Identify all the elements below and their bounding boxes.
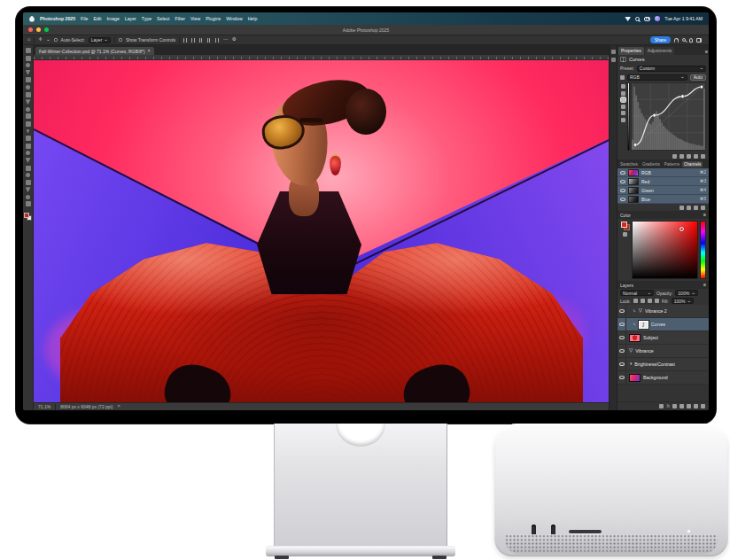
panel-menu-icon[interactable]: ≡ <box>703 213 706 218</box>
more-options-icon[interactable]: ⋯ <box>223 37 229 43</box>
distribute-vertical-icon[interactable] <box>215 38 220 43</box>
frame-tool-icon[interactable] <box>26 85 30 89</box>
delete-adjustment-icon[interactable] <box>701 154 705 159</box>
delete-channel-icon[interactable] <box>701 206 705 210</box>
eyedropper-tool-icon[interactable] <box>26 92 31 97</box>
show-transform-checkbox[interactable] <box>119 38 122 42</box>
lock-transparency-icon[interactable] <box>633 299 638 303</box>
layer-visibility-eye-icon[interactable] <box>619 309 625 313</box>
layer-row-vibrance-2[interactable]: ↳ ▽ Vibrance 2 <box>617 305 709 318</box>
channel-row-blue[interactable]: Blue ⌘5 <box>617 195 709 204</box>
foreground-background-colors[interactable] <box>24 213 32 221</box>
lock-position-icon[interactable] <box>648 299 652 303</box>
marquee-tool-icon[interactable] <box>26 56 31 61</box>
layer-effects-icon[interactable]: fx <box>666 404 670 408</box>
menu-select[interactable]: Select <box>157 16 169 21</box>
targeted-adjustment-icon[interactable] <box>620 75 625 80</box>
layer-row-curves[interactable]: ↳ ʃ Curves <box>617 318 709 331</box>
tab-patterns[interactable]: Patterns <box>663 161 681 167</box>
type-tool-icon[interactable] <box>26 166 31 171</box>
new-channel-icon[interactable] <box>694 206 698 210</box>
lasso-tool-icon[interactable] <box>26 63 30 67</box>
tab-adjustments[interactable]: Adjustments <box>645 47 675 55</box>
visibility-eye-icon[interactable] <box>620 180 625 183</box>
menu-filter[interactable]: Filter <box>175 16 185 21</box>
blur-tool-icon[interactable] <box>26 144 31 149</box>
menu-layer[interactable]: Layer <box>125 16 136 21</box>
canvas[interactable] <box>34 60 609 402</box>
menu-app-name[interactable]: Photoshop 2025 <box>40 16 75 21</box>
channel-row-red[interactable]: Red ⌘3 <box>617 177 709 186</box>
workspace-switcher-icon[interactable] <box>696 38 702 43</box>
comments-panel-icon[interactable] <box>611 58 616 62</box>
layer-row-brightness-contrast[interactable]: ◑ Brightness/Contrast <box>617 358 709 371</box>
color-cursor[interactable] <box>680 227 684 231</box>
delete-layer-icon[interactable] <box>701 404 705 408</box>
reset-icon[interactable] <box>694 154 698 159</box>
edit-toolbar-icon[interactable] <box>26 201 31 206</box>
menu-type[interactable]: Type <box>142 16 151 21</box>
align-left-icon[interactable] <box>183 38 188 43</box>
curves-plot[interactable] <box>631 82 706 151</box>
smooth-curve-icon[interactable] <box>621 97 625 102</box>
close-tab-icon[interactable]: × <box>148 49 151 54</box>
path-selection-tool-icon[interactable] <box>26 173 30 177</box>
clip-to-layer-icon[interactable] <box>672 154 677 159</box>
visibility-icon[interactable] <box>687 154 691 159</box>
spotlight-search-icon[interactable] <box>635 17 640 21</box>
hue-slider[interactable] <box>700 221 706 279</box>
align-right-icon[interactable] <box>199 38 204 43</box>
preset-dropdown[interactable]: Custom ⌄ <box>637 66 706 72</box>
crop-tool-icon[interactable] <box>26 77 31 82</box>
move-tool-icon[interactable]: ✛ <box>38 37 43 43</box>
curves-adjustment-thumbnail[interactable]: ʃ <box>639 321 648 329</box>
lock-pixels-icon[interactable] <box>641 299 645 303</box>
siri-icon[interactable] <box>655 16 660 21</box>
lock-all-icon[interactable] <box>655 299 659 303</box>
layer-visibility-eye-icon[interactable] <box>619 362 625 366</box>
visibility-eye-icon[interactable] <box>620 171 625 175</box>
auto-select-checkbox[interactable] <box>54 38 58 42</box>
white-point-eyedropper-icon[interactable] <box>621 118 625 122</box>
distribute-horizontal-icon[interactable] <box>207 38 212 43</box>
menu-image[interactable]: Image <box>106 16 119 21</box>
gear-icon[interactable]: ⚙ <box>232 37 237 43</box>
search-icon[interactable] <box>682 38 686 42</box>
layer-row-background[interactable]: Background <box>617 371 709 385</box>
menu-plugins[interactable]: Plugins <box>206 16 221 21</box>
layer-thumbnail[interactable] <box>629 334 641 342</box>
brush-tool-icon[interactable] <box>26 107 30 112</box>
clone-stamp-tool-icon[interactable] <box>26 113 31 119</box>
history-panel-icon[interactable] <box>611 50 616 54</box>
apple-icon[interactable] <box>29 16 35 22</box>
menu-file[interactable]: File <box>81 16 88 21</box>
blend-mode-dropdown[interactable]: Normal ⌄ <box>620 290 654 296</box>
status-arrow-icon[interactable]: > <box>117 404 120 409</box>
layer-visibility-eye-icon[interactable] <box>619 336 625 339</box>
draw-curve-pencil-icon[interactable] <box>621 91 625 96</box>
layer-thumbnail[interactable] <box>629 374 641 382</box>
saturation-brightness-field[interactable] <box>632 221 698 279</box>
opacity-dropdown[interactable]: 100% ⌄ <box>675 290 697 296</box>
control-center-icon[interactable] <box>644 17 650 21</box>
auto-button[interactable]: Auto <box>690 74 706 81</box>
panel-menu-icon[interactable]: ≡ <box>703 283 706 288</box>
home-icon[interactable]: ⌂ <box>27 37 30 43</box>
auto-select-target-dropdown[interactable]: Layer ⌄ <box>89 37 111 43</box>
align-center-icon[interactable] <box>191 38 196 43</box>
zoom-level[interactable]: 71.1% <box>38 404 50 409</box>
visibility-eye-icon[interactable] <box>620 198 625 201</box>
hand-tool-icon[interactable] <box>26 187 31 192</box>
eraser-tool-icon[interactable] <box>26 129 30 134</box>
menu-window[interactable]: Window <box>226 16 242 21</box>
layer-row-vibrance[interactable]: ▽ Vibrance <box>617 345 709 358</box>
channel-row-rgb[interactable]: RGB ⌘2 <box>617 168 709 177</box>
new-group-icon[interactable] <box>687 404 691 408</box>
layer-row-subject[interactable]: Subject <box>617 331 709 345</box>
pen-tool-icon[interactable] <box>26 158 31 163</box>
menu-edit[interactable]: Edit <box>93 16 101 21</box>
color-sliders-icon[interactable] <box>623 232 627 237</box>
layer-visibility-eye-icon[interactable] <box>619 349 625 353</box>
tab-gradients[interactable]: Gradients <box>641 161 662 167</box>
load-selection-icon[interactable] <box>680 206 684 210</box>
